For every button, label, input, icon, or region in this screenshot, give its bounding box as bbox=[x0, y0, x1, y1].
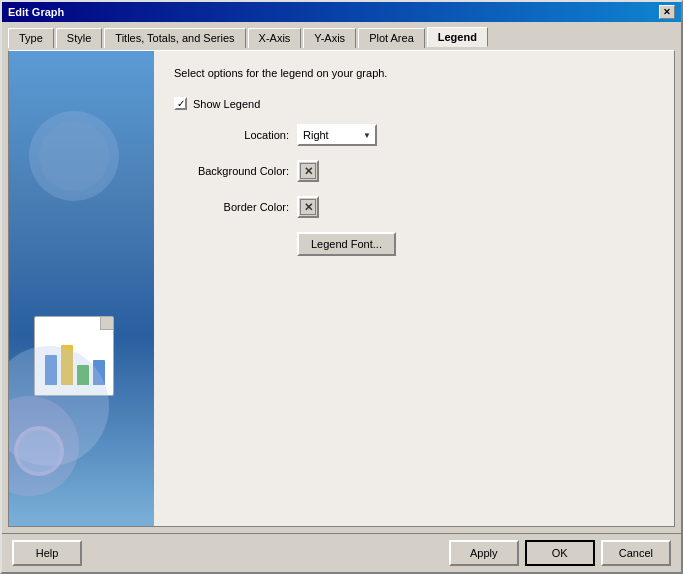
cancel-button[interactable]: Cancel bbox=[601, 540, 671, 566]
dropdown-arrow-icon: ▼ bbox=[363, 131, 371, 140]
tab-style[interactable]: Style bbox=[56, 28, 102, 48]
magnifier-icon bbox=[14, 426, 84, 496]
background-color-swatch: ✕ bbox=[300, 163, 316, 179]
location-value: Right bbox=[303, 129, 329, 141]
location-label: Location: bbox=[174, 129, 289, 141]
tab-type[interactable]: Type bbox=[8, 28, 54, 48]
location-row: Location: Right ▼ bbox=[174, 124, 654, 146]
border-color-label: Border Color: bbox=[174, 201, 289, 213]
main-content: Select options for the legend on your gr… bbox=[2, 46, 681, 533]
bottom-bar: Help Apply OK Cancel bbox=[2, 533, 681, 572]
title-bar: Edit Graph ✕ bbox=[2, 2, 681, 22]
close-button[interactable]: ✕ bbox=[659, 5, 675, 19]
background-color-button[interactable]: ✕ bbox=[297, 160, 319, 182]
magnifier-circle bbox=[14, 426, 64, 476]
tab-panel: Select options for the legend on your gr… bbox=[8, 50, 675, 527]
edit-graph-window: Edit Graph ✕ Type Style Titles, Totals, … bbox=[0, 0, 683, 574]
ok-button[interactable]: OK bbox=[525, 540, 595, 566]
background-color-label: Background Color: bbox=[174, 165, 289, 177]
show-legend-label: Show Legend bbox=[193, 98, 260, 110]
legend-font-row: Legend Font... bbox=[174, 232, 654, 256]
background-color-x-icon: ✕ bbox=[304, 165, 313, 178]
show-legend-checkbox[interactable] bbox=[174, 97, 187, 110]
border-color-x-icon: ✕ bbox=[304, 201, 313, 214]
help-button[interactable]: Help bbox=[12, 540, 82, 566]
circle-medium bbox=[39, 121, 109, 191]
window-title: Edit Graph bbox=[8, 6, 64, 18]
tab-legend[interactable]: Legend bbox=[427, 27, 488, 47]
tab-bar: Type Style Titles, Totals, and Series X-… bbox=[2, 22, 681, 46]
bottom-left: Help bbox=[12, 540, 82, 566]
tab-titles[interactable]: Titles, Totals, and Series bbox=[104, 28, 245, 48]
sidebar bbox=[9, 51, 154, 526]
bottom-right: Apply OK Cancel bbox=[449, 540, 671, 566]
tab-plotarea[interactable]: Plot Area bbox=[358, 28, 425, 48]
location-dropdown[interactable]: Right ▼ bbox=[297, 124, 377, 146]
panel-content: Select options for the legend on your gr… bbox=[154, 51, 674, 526]
show-legend-row: Show Legend bbox=[174, 97, 654, 110]
border-color-swatch: ✕ bbox=[300, 199, 316, 215]
legend-font-button[interactable]: Legend Font... bbox=[297, 232, 396, 256]
border-color-row: Border Color: ✕ bbox=[174, 196, 654, 218]
background-color-row: Background Color: ✕ bbox=[174, 160, 654, 182]
apply-button[interactable]: Apply bbox=[449, 540, 519, 566]
sidebar-decoration-circles bbox=[29, 111, 129, 211]
tab-yaxis[interactable]: Y-Axis bbox=[303, 28, 356, 48]
tab-xaxis[interactable]: X-Axis bbox=[248, 28, 302, 48]
border-color-button[interactable]: ✕ bbox=[297, 196, 319, 218]
panel-description: Select options for the legend on your gr… bbox=[174, 67, 654, 79]
